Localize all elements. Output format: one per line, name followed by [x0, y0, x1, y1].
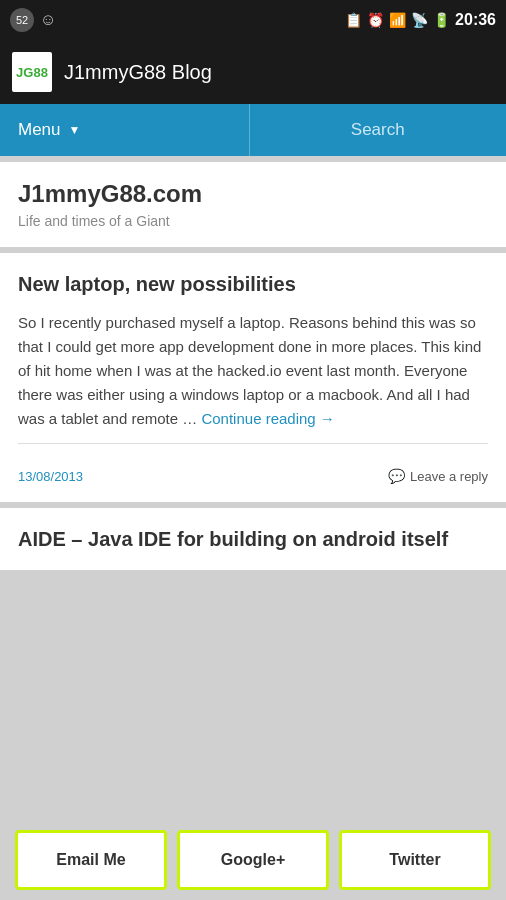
menu-button[interactable]: Menu ▼ [0, 104, 250, 156]
wifi-icon: 📶 [389, 12, 406, 28]
alarm-icon: ⏰ [367, 12, 384, 28]
status-time: 20:36 [455, 11, 496, 29]
nav-bar: Menu ▼ Search [0, 104, 506, 156]
app-bar: JG88 J1mmyG88 Blog [0, 40, 506, 104]
blog-header-card: J1mmyG88.com Life and times of a Giant [0, 162, 506, 247]
article-card-2: AIDE – Java IDE for building on android … [0, 508, 506, 570]
chevron-down-icon: ▼ [69, 123, 81, 137]
article-2-title: AIDE – Java IDE for building on android … [18, 526, 488, 552]
reply-label: Leave a reply [410, 469, 488, 484]
status-bar: 52 ☺ 📋 ⏰ 📶 📡 🔋 20:36 [0, 0, 506, 40]
blog-site-title: J1mmyG88.com [18, 180, 488, 208]
battery-icon: 🔋 [433, 12, 450, 28]
signal-icon: 📡 [411, 12, 428, 28]
content-area: J1mmyG88.com Life and times of a Giant N… [0, 156, 506, 820]
notification-badge: 52 [10, 8, 34, 32]
article-1-meta: 13/08/2013 💬 Leave a reply [18, 458, 488, 484]
search-button[interactable]: Search [250, 104, 507, 156]
article-1-date: 13/08/2013 [18, 469, 83, 484]
blog-tagline: Life and times of a Giant [18, 213, 488, 229]
continue-reading-link[interactable]: Continue reading → [201, 410, 334, 427]
email-button[interactable]: Email Me [15, 830, 167, 890]
leave-reply-button[interactable]: 💬 Leave a reply [388, 468, 488, 484]
bottom-bar: Email Me Google+ Twitter [0, 820, 506, 900]
sim-icon: 📋 [345, 12, 362, 28]
menu-label: Menu [18, 120, 61, 140]
comment-icon: 💬 [388, 468, 405, 484]
article-card-1: New laptop, new possibilities So I recen… [0, 253, 506, 502]
google-plus-button[interactable]: Google+ [177, 830, 329, 890]
twitter-button[interactable]: Twitter [339, 830, 491, 890]
divider [18, 443, 488, 444]
android-icon: ☺ [40, 11, 56, 29]
search-label: Search [351, 120, 405, 140]
article-1-body: So I recently purchased myself a laptop.… [18, 311, 488, 431]
app-logo: JG88 [12, 52, 52, 92]
article-1-title: New laptop, new possibilities [18, 271, 488, 297]
app-title: J1mmyG88 Blog [64, 61, 212, 84]
